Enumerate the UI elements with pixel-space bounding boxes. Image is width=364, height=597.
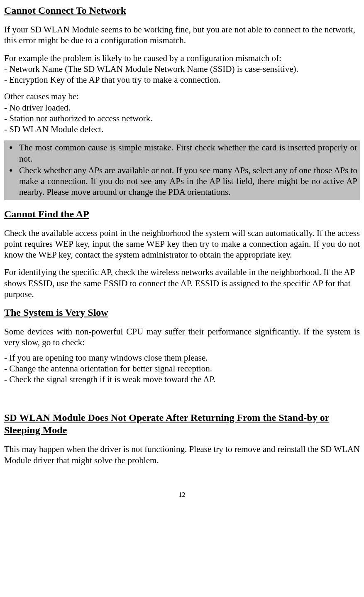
other-causes-list: Other causes may be: - No driver loaded.… xyxy=(4,91,360,135)
heading-system-slow: The System is Very Slow xyxy=(4,306,360,319)
config-mismatch-list: For example the problem is likely to be … xyxy=(4,53,360,86)
heading-cannot-find-ap: Cannot Find the AP xyxy=(4,208,360,220)
list-item: - Network Name (The SD WLAN Module Netwo… xyxy=(4,64,360,74)
shaded-tips-box: The most common cause is simple mistake.… xyxy=(4,140,360,200)
paragraph: If your SD WLAN Module seems to be worki… xyxy=(4,24,360,46)
section-cannot-find-ap: Cannot Find the AP Check the available a… xyxy=(4,208,360,300)
heading-standby-sleep: SD WLAN Module Does Not Operate After Re… xyxy=(4,411,360,436)
bullet-list: The most common cause is simple mistake.… xyxy=(7,142,357,197)
paragraph: This may happen when the driver is not f… xyxy=(4,444,360,466)
list-item: - No driver loaded. xyxy=(4,102,360,113)
section-system-slow: The System is Very Slow Some devices wit… xyxy=(4,306,360,385)
page-number: 12 xyxy=(4,491,360,499)
list-item: - Encryption Key of the AP that you try … xyxy=(4,74,360,85)
paragraph: For identifying the specific AP, check t… xyxy=(4,267,360,300)
bullet-item: The most common cause is simple mistake.… xyxy=(19,142,357,164)
paragraph: Check the available access point in the … xyxy=(4,228,360,260)
section-standby-sleep: SD WLAN Module Does Not Operate After Re… xyxy=(4,411,360,466)
paragraph: Some devices with non-powerful CPU may s… xyxy=(4,326,360,348)
list-item: - If you are opening too many windows cl… xyxy=(4,352,360,363)
list-item: - Change the antenna orientation for bet… xyxy=(4,363,360,374)
slow-check-list: - If you are opening too many windows cl… xyxy=(4,352,360,385)
list-item: - SD WLAN Module defect. xyxy=(4,124,360,135)
list-intro: Other causes may be: xyxy=(4,91,360,102)
bullet-item: Check whether any APs are available or n… xyxy=(19,165,357,198)
heading-cannot-connect: Cannot Connect To Network xyxy=(4,4,360,17)
list-intro: For example the problem is likely to be … xyxy=(4,53,360,64)
section-cannot-connect: Cannot Connect To Network If your SD WLA… xyxy=(4,4,360,200)
list-item: - Station not authorized to access netwo… xyxy=(4,113,360,124)
list-item: - Check the signal strength if it is wea… xyxy=(4,374,360,385)
